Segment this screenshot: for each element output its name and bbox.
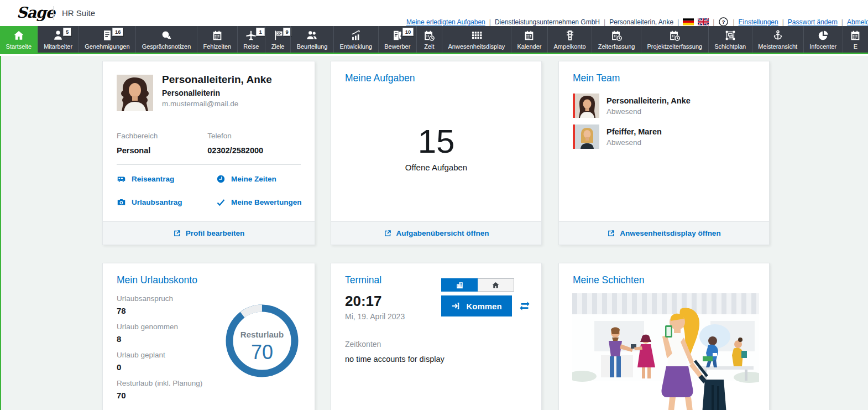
nav-item-beurteilung[interactable]: Beurteilung (290, 26, 333, 53)
office-building-icon (456, 281, 464, 289)
toggle-office-building[interactable] (441, 278, 478, 292)
svg-text:?: ? (722, 19, 725, 25)
nav-item-label: Meisteransicht (758, 43, 797, 50)
done-tasks-link[interactable]: Meine erledigten Aufgaben (406, 18, 485, 26)
footer-link-label: Profil bearbeiten (186, 229, 245, 237)
nav-item-ampelkonto[interactable]: Ampelkonto (547, 26, 592, 53)
quick-link-label: Meine Bewertungen (231, 198, 302, 206)
quick-link-meine-bewertungen[interactable]: Meine Bewertungen (216, 198, 315, 207)
person-icon: 5 (51, 28, 65, 42)
team-member-name: Pfeiffer, Maren (606, 127, 662, 136)
nav-badge: 1 (256, 28, 264, 36)
vacation-donut-chart: Resturlaub 70 (223, 302, 301, 380)
nav-item-schichtplan[interactable]: Schichtplan (708, 26, 752, 53)
separator: | (713, 18, 714, 26)
open-presence-display-link[interactable]: Anwesenheitsdisplay öffnen (559, 221, 769, 245)
quick-link-label: Urlaubsantrag (132, 198, 182, 206)
separator: | (604, 18, 605, 26)
team-member-info: Pfeiffer, MarenAbwesend (606, 127, 662, 147)
logout-link[interactable]: Abmelden (847, 18, 868, 26)
kommen-button-label: Kommen (466, 302, 501, 311)
nav-item-zeiterfassung[interactable]: Zeiterfassung (592, 26, 641, 53)
plane-icon: 1 (244, 28, 258, 42)
nav-item-label: Entwicklung (339, 43, 372, 50)
nav-item-bewerber[interactable]: 10Bewerber (378, 26, 416, 53)
kommen-button[interactable]: Kommen (441, 295, 512, 316)
nav-item-kalender[interactable]: Kalender (511, 26, 547, 53)
field-label: Fachbereich (117, 132, 158, 140)
calendar-clock-icon (610, 28, 623, 42)
edit-profile-link[interactable]: Profil bearbeiten (103, 221, 315, 245)
nav-item-genehmigungen[interactable]: 16Genehmigungen (79, 26, 135, 53)
nav-item-label: Kalender (517, 43, 541, 50)
nav-item-label: Startseite (6, 43, 32, 50)
vacation-stats: Urlaubsanspruch78Urlaub genommen8Urlaub … (117, 294, 202, 407)
nav-item-label: Reise (243, 43, 259, 50)
logo-divider (53, 6, 54, 20)
traffic-light-icon (563, 28, 577, 42)
toggle-home[interactable] (478, 278, 514, 292)
team-member-photo (575, 124, 599, 149)
nav-item-e[interactable]: E (843, 26, 868, 53)
stat-value: 78 (117, 306, 202, 315)
uk-flag-icon[interactable] (698, 18, 709, 25)
terminal-card: Terminal 20:17 Mi, 19. April 2023 Kommen… (331, 263, 542, 410)
stat-value: 8 (117, 334, 202, 344)
nav-item-zeit[interactable]: Zeit (416, 26, 442, 53)
field-fachbereich: Fachbereich Personal (117, 132, 158, 155)
team-member-personalleiterin-anke[interactable]: Personalleiterin, AnkeAbwesend (573, 94, 755, 118)
quick-links: ReiseantragMeine ZeitenUrlaubsantragMein… (117, 174, 315, 207)
grid-icon (470, 28, 483, 42)
nav-item-fehlzeiten[interactable]: Fehlzeiten (197, 26, 237, 53)
camera-icon (117, 198, 126, 207)
external-link-icon (384, 229, 392, 237)
nav-item-entwicklung[interactable]: Entwicklung (333, 26, 378, 53)
swap-arrows-icon[interactable] (519, 300, 531, 312)
calendar-icon (849, 28, 862, 42)
applicant-tie-icon: 10 (391, 28, 404, 42)
quick-link-reiseantrag[interactable]: Reiseantrag (117, 174, 216, 184)
profile-fields: Fachbereich Personal Telefon 02302/25820… (117, 132, 263, 155)
calendar-clock-icon (668, 28, 681, 42)
nav-item-gesprächsnotizen[interactable]: Gesprächsnotizen (135, 26, 197, 53)
quick-link-meine-zeiten[interactable]: Meine Zeiten (216, 174, 315, 184)
settings-link[interactable]: Einstellungen (739, 18, 778, 26)
nav-item-reise[interactable]: 1Reise (237, 26, 265, 53)
vacation-card: Mein Urlaubskonto Urlaubsanspruch78Urlau… (102, 263, 315, 410)
tasks-card: Meine Aufgaben 15 Offene Aufgaben Aufgab… (331, 61, 542, 245)
field-value: 02302/2582000 (207, 146, 263, 155)
nav-item-infocenter[interactable]: Infocenter (803, 26, 843, 53)
calendar-clock-icon (422, 28, 436, 42)
dashboard-content: Personalleiterin, Anke Personalleiterin … (0, 56, 868, 410)
nav-item-ziele[interactable]: 9Ziele (265, 26, 290, 53)
nav-item-projektzeiterfassung[interactable]: Projektzeiterfassung (641, 26, 708, 53)
main-nav: Startseite5Mitarbeiter16GenehmigungenGes… (0, 26, 868, 54)
speech-bubbles-icon (160, 28, 173, 42)
team-member-pfeiffer-maren[interactable]: Pfeiffer, MarenAbwesend (573, 124, 755, 149)
vacation-stat-urlaubsanspruch: Urlaubsanspruch78 (117, 294, 202, 315)
stat-label: Urlaub genommen (117, 323, 202, 331)
nav-item-label: Projektzeiterfassung (647, 43, 703, 50)
open-tasks-count: 15 (331, 122, 541, 160)
nav-item-anwesenheitsdisplay[interactable]: Anwesenheitsdisplay (442, 26, 511, 53)
open-tasks-overview-link[interactable]: Aufgabenübersicht öffnen (331, 221, 541, 245)
nav-item-mitarbeiter[interactable]: 5Mitarbeiter (38, 26, 79, 53)
stat-value: 70 (117, 391, 202, 400)
shifts-illustration (572, 293, 759, 410)
footer-link-label: Anwesenheitsdisplay öffnen (620, 229, 720, 237)
german-flag-icon[interactable] (683, 18, 694, 25)
finish-flag-icon: 9 (271, 28, 285, 42)
nav-item-startseite[interactable]: Startseite (0, 26, 38, 53)
change-password-link[interactable]: Passwort ändern (788, 18, 838, 26)
document-icon: 16 (101, 28, 114, 42)
nav-badge: 5 (63, 28, 71, 36)
nav-item-label: Anwesenheitsdisplay (448, 43, 505, 50)
quick-link-urlaubsantrag[interactable]: Urlaubsantrag (117, 198, 216, 207)
quick-link-label: Meine Zeiten (231, 175, 276, 183)
nav-item-meisteransicht[interactable]: Meisteransicht (752, 26, 803, 53)
shifts-card-title: Meine Schichten (573, 274, 644, 286)
vacation-stat-resturlaub-inkl-planung-: Resturlaub (inkl. Planung)70 (117, 379, 202, 400)
profile-name: Personalleiterin, Anke (162, 74, 272, 86)
team-card: Mein Team Personalleiterin, AnkeAbwesend… (558, 61, 770, 245)
current-user: Personalleiterin, Anke (609, 18, 673, 26)
